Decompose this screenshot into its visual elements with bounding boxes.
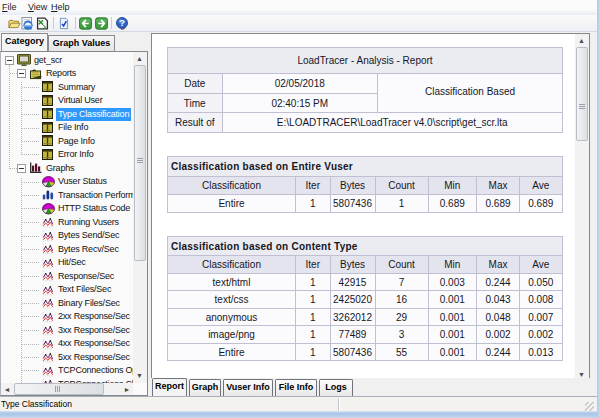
svg-text:?: ? bbox=[119, 17, 125, 28]
